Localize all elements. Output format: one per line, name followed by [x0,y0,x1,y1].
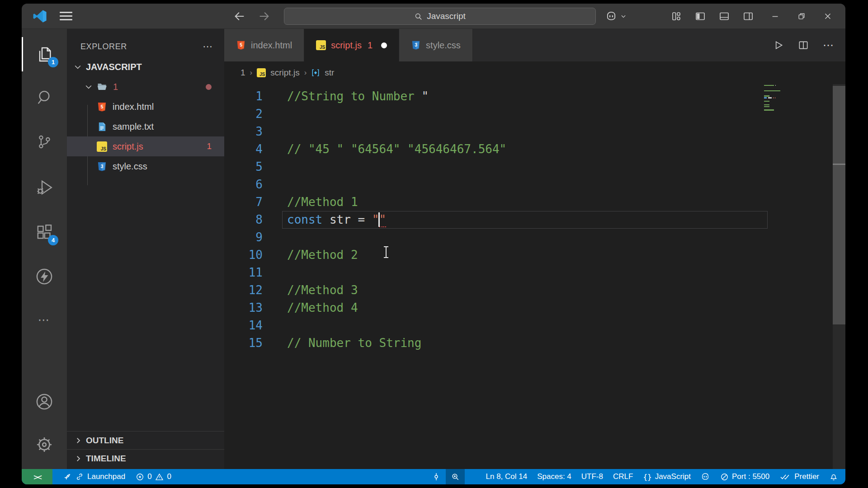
explorer-actions-icon[interactable]: ⋯ [203,41,213,52]
account-icon [34,392,54,412]
toggle-panel-icon[interactable] [718,10,730,22]
copilot-menu[interactable] [605,10,627,22]
accounts-button[interactable] [22,385,67,419]
code-line[interactable]: 13//Method 4 [224,299,845,317]
customize-layout-icon[interactable] [670,10,682,22]
sidebar-item-source-control[interactable] [22,125,67,159]
breadcrumb-folder[interactable]: 1 [241,68,245,78]
code-line[interactable]: 12//Method 3 [224,282,845,299]
forward-arrow-icon[interactable] [258,10,270,23]
code-line[interactable]: 15// Number to String [224,334,845,352]
file-row-style-css[interactable]: 3 style.css [67,156,224,176]
code-line[interactable]: 8const str = "" [224,211,845,229]
code-line[interactable]: 3 [224,123,845,141]
tab-index-html[interactable]: 5 index.html [224,29,304,61]
minimap-token [768,97,772,98]
activity-bar: 1 [22,29,67,469]
code-line[interactable]: 5 [224,158,845,176]
toggle-primary-sidebar-icon[interactable] [694,10,706,22]
code-token: // Number to String [287,336,421,350]
code-line[interactable]: 11 [224,264,845,282]
cursor-position[interactable]: Ln 8, Col 14 [481,469,533,484]
menu-hamburger-icon[interactable] [60,12,72,21]
extensions-icon: 4 [34,222,54,242]
sidebar-item-run-debug[interactable] [22,170,67,205]
command-center-search[interactable]: Javascript [284,8,596,25]
file-row-script-js[interactable]: JS script.js 1 [67,136,224,156]
chevron-right-icon: › [304,68,307,77]
back-arrow-icon[interactable] [233,10,246,23]
more-actions-icon[interactable]: ⋯ [823,39,835,52]
code-editor[interactable]: 1//String to Number "234// "45 " "64564"… [224,84,845,469]
port-label: Port : 5500 [732,472,769,481]
settings-button[interactable] [22,427,67,462]
toggle-secondary-sidebar-icon[interactable] [742,10,754,22]
sidebar-item-explorer[interactable]: 1 [22,37,67,71]
tab-style-css[interactable]: 3 style.css [399,29,473,61]
breadcrumb-file[interactable]: script.js [270,68,299,78]
sidebar-item-thunder-client[interactable] [22,259,67,294]
live-server-port[interactable]: Port : 5500 [715,469,774,484]
split-editor-icon[interactable] [797,39,809,51]
breadcrumb[interactable]: 1 › JS script.js › str [224,61,845,84]
outline-section[interactable]: OUTLINE [67,431,224,449]
warning-count: 0 [167,472,171,481]
error-icon [135,472,144,481]
file-row-index-html[interactable]: 5 index.html [67,97,224,117]
line-number: 11 [224,264,263,282]
indentation[interactable]: Spaces: 4 [532,469,576,484]
launchpad-item[interactable]: Launchpad [58,469,130,484]
timeline-section[interactable]: TIMELINE [67,449,224,467]
problems-item[interactable]: 0 0 [130,469,176,484]
code-line[interactable]: 1//String to Number " [224,88,845,105]
svg-text:5: 5 [101,103,104,109]
run-file-icon[interactable] [772,39,784,51]
code-line[interactable]: 7//Method 1 [224,193,845,211]
copilot-status[interactable] [696,469,715,484]
sidebar-item-extensions[interactable]: 4 [22,215,67,249]
close-icon[interactable] [822,10,834,22]
file-row-sample-txt[interactable]: sample.txt [67,117,224,136]
sidebar-item-search[interactable] [22,80,67,114]
vscode-logo-icon [33,9,47,23]
editor-scrollbar[interactable] [833,84,845,469]
bell-icon [829,472,838,481]
remote-indicator[interactable]: >< [22,469,52,484]
file-name: script.js [113,141,143,152]
restore-icon[interactable] [796,10,807,22]
language-mode[interactable]: {} JavaScript [638,469,696,484]
workbench: 1 [22,29,845,469]
code-token: //Method 4 [287,301,358,314]
minimap-token [773,97,774,98]
explorer-section-javascript[interactable]: JAVASCRIPT [67,57,224,77]
code-line[interactable]: 4// "45 " "64564" "45646467.564" [224,141,845,158]
modified-dot [206,84,212,90]
folder-row[interactable]: 1 [67,77,224,97]
minimize-icon[interactable] [769,10,781,22]
code-token: " [379,213,387,227]
unsaved-dot[interactable] [381,42,387,48]
code-token: //Method 1 [287,195,358,209]
code-line[interactable]: 9 [224,229,845,246]
code-line[interactable]: 14 [224,317,845,334]
eol-selector[interactable]: CRLF [608,469,638,484]
folder-name: 1 [113,82,118,92]
editor-actions: ⋯ [772,29,835,61]
minimap-token [775,85,776,86]
line-number: 13 [224,299,263,317]
scrollbar-thumb[interactable] [833,86,845,324]
code-line[interactable]: 2 [224,105,845,123]
code-token: //Method 3 [287,283,358,297]
screencast-item[interactable] [427,469,446,484]
tab-script-js[interactable]: JS script.js 1 [304,29,399,61]
code-line[interactable]: 6 [224,176,845,193]
more-views-button[interactable]: ⋯ [22,303,67,337]
code-line[interactable]: 10//Method 2 [224,246,845,264]
minimap[interactable] [764,85,833,111]
prettier-item[interactable]: Prettier [774,469,824,484]
encoding[interactable]: UTF-8 [576,469,608,484]
zoom-item[interactable] [446,469,465,484]
notifications-item[interactable] [824,469,845,484]
chevron-down-icon [73,62,82,71]
breadcrumb-symbol[interactable]: str [325,68,334,78]
